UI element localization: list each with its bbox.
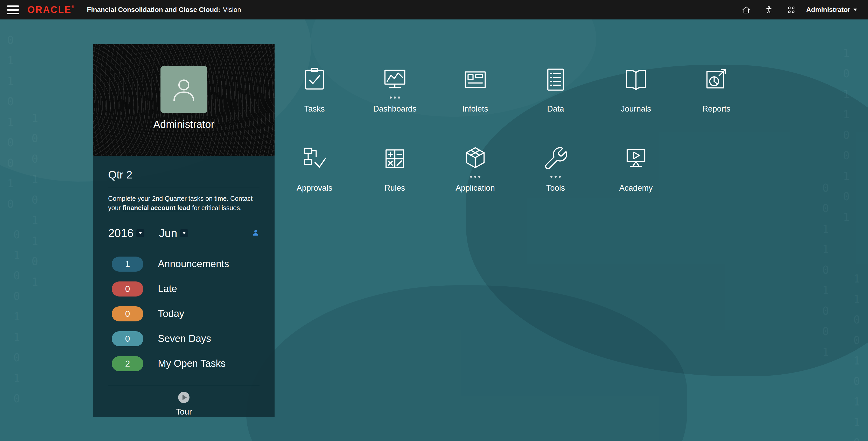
panel-body: Qtr 2 Complete your 2nd Quarter tasks on… (93, 156, 275, 417)
period-title: Qtr 2 (108, 169, 259, 181)
tile-dashboards[interactable]: Dashboards (355, 66, 435, 114)
announcement-suffix: for critical issues. (190, 204, 242, 211)
stats-list: 1 Announcements 0 Late 0 Today 0 Seven D… (108, 252, 259, 376)
tile-label: Tasks (304, 104, 324, 114)
tile-label: Reports (702, 104, 731, 114)
month-value: Jun (159, 227, 177, 240)
more-dots-icon (390, 93, 400, 102)
tile-label: Infolets (462, 104, 488, 114)
tile-journals[interactable]: Journals (596, 66, 676, 114)
approvals-icon (301, 146, 328, 172)
stat-badge: 0 (112, 331, 143, 346)
stat-row-my-open-tasks[interactable]: 2 My Open Tasks (108, 351, 259, 376)
tile-tasks[interactable]: Tasks (274, 66, 355, 114)
tile-label: Academy (619, 183, 653, 193)
tour-label: Tour (176, 407, 192, 417)
caret-down-icon (139, 232, 142, 234)
stat-badge: 2 (112, 356, 143, 371)
background-blob (246, 285, 687, 441)
tour: Tour (108, 391, 259, 417)
caret-down-icon (854, 8, 857, 11)
infolets-icon (462, 66, 489, 93)
tile-label: Dashboards (373, 104, 416, 114)
binary-texture (10, 228, 23, 413)
announcements-panel: Administrator Qtr 2 Complete your 2nd Qu… (93, 45, 275, 417)
user-menu-label: Administrator (806, 6, 850, 14)
tile-data[interactable]: Data (516, 66, 596, 114)
tile-infolets[interactable]: Infolets (435, 66, 516, 114)
binary-texture (29, 112, 41, 296)
stat-badge: 1 (112, 257, 143, 272)
tile-rules[interactable]: Rules (355, 146, 435, 193)
stat-badge: 0 (112, 282, 143, 296)
reports-icon (703, 66, 730, 93)
more-dots-icon (550, 172, 561, 181)
stat-row-today[interactable]: 0 Today (108, 301, 259, 326)
year-value: 2016 (108, 227, 133, 240)
binary-texture (4, 34, 17, 218)
month-dropdown-button[interactable] (180, 229, 188, 237)
more-dots-icon (470, 172, 480, 181)
tile-label: Approvals (297, 183, 332, 193)
user-menu[interactable]: Administrator (806, 6, 857, 14)
stat-row-seven-days[interactable]: 0 Seven Days (108, 326, 259, 351)
stat-label: My Open Tasks (158, 358, 225, 369)
stat-badge: 0 (112, 306, 143, 321)
binary-texture (850, 272, 863, 441)
accessibility-icon[interactable] (764, 5, 773, 14)
tile-label: Tools (546, 183, 565, 193)
divider (108, 188, 259, 188)
tile-approvals[interactable]: Approvals (274, 146, 355, 193)
dashboards-icon (382, 66, 408, 93)
user-hero: Administrator (93, 45, 275, 156)
avatar (160, 66, 207, 113)
tile-label: Journals (621, 104, 651, 114)
rules-icon (382, 146, 408, 172)
user-name: Administrator (153, 119, 214, 130)
year-dropdown-button[interactable] (136, 229, 145, 237)
announcement-link[interactable]: financial account lead (123, 204, 190, 211)
tour-play-button[interactable] (177, 391, 190, 405)
announcement-text: Complete your 2nd Quarter tasks on time.… (108, 194, 259, 213)
oracle-logo-text: ORACLE (28, 4, 71, 15)
home-icon[interactable] (742, 5, 751, 14)
stat-label: Seven Days (158, 333, 211, 344)
tiles-row-1: Tasks Dashboards Infolets (274, 66, 756, 114)
app-title-env: Vision (223, 6, 241, 14)
tools-icon (542, 146, 569, 172)
tile-label: Application (456, 183, 495, 193)
tile-application[interactable]: Application (435, 146, 516, 193)
tile-label: Rules (384, 183, 405, 193)
oracle-logo: ORACLE® (28, 4, 75, 15)
data-icon (542, 66, 569, 93)
user-filter-icon[interactable] (252, 229, 259, 238)
stat-row-late[interactable]: 0 Late (108, 276, 259, 301)
tile-tools[interactable]: Tools (516, 146, 596, 193)
tasks-icon (301, 66, 328, 93)
app-title-bold: Financial Consolidation and Close Cloud: (87, 6, 220, 14)
top-bar: ORACLE® Financial Consolidation and Clos… (0, 0, 868, 20)
divider (108, 385, 259, 385)
hamburger-menu-icon[interactable] (7, 5, 19, 14)
stat-label: Announcements (158, 258, 229, 269)
binary-texture (840, 47, 853, 231)
journals-icon (623, 66, 649, 93)
tile-label: Data (547, 104, 564, 114)
app-title: Financial Consolidation and Close Cloud:… (87, 6, 241, 14)
academy-icon (623, 146, 649, 172)
home-page: ORACLE® Financial Consolidation and Clos… (0, 0, 868, 441)
caret-down-icon (183, 232, 186, 234)
tiles-row-2: Approvals Rules (274, 146, 676, 193)
stat-row-announcements[interactable]: 1 Announcements (108, 252, 259, 276)
binary-texture (819, 182, 832, 366)
period-selectors: 2016 Jun (108, 227, 259, 240)
registered-mark: ® (71, 5, 75, 9)
stat-label: Late (158, 283, 177, 294)
tile-academy[interactable]: Academy (596, 146, 676, 193)
tile-reports[interactable]: Reports (676, 66, 756, 114)
stat-label: Today (158, 308, 184, 319)
apps-grid-icon[interactable] (786, 5, 796, 14)
application-icon (462, 146, 489, 172)
